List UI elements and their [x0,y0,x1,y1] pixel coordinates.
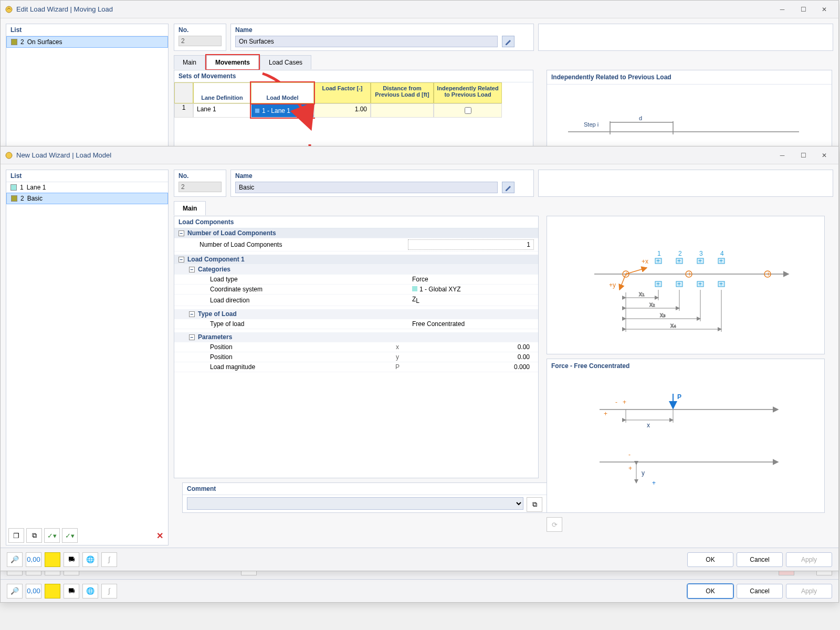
cell-dist[interactable] [371,103,434,118]
list-item-idx: 2 [20,195,24,202]
maximize-button-2[interactable]: ☐ [793,149,813,162]
collapse-icon[interactable]: − [189,267,195,272]
svg-text:4: 4 [720,250,724,257]
cell-load-model[interactable]: 1 - Lane 1 [251,103,314,118]
new-item-button-2[interactable]: ❐ [8,528,24,543]
help-button-1[interactable]: 🔎 [7,584,23,598]
info-box-1 [538,24,833,51]
tool-a-button-2[interactable]: ⛟ [64,552,79,567]
sets-panel: Sets of Movements Lane Definition Load M… [174,70,533,149]
tool-b-button-1[interactable]: 🌐 [82,584,98,598]
minimize-button-1[interactable]: ─ [772,3,792,16]
col-independently: Independently Related to Previous Load [434,82,502,103]
tool-b-button-2[interactable]: 🌐 [82,552,98,567]
no-input-1[interactable] [178,36,222,46]
row-position-x: Positionx0.00 [174,342,538,352]
help-button-2[interactable]: 🔎 [7,552,23,567]
collapse-icon[interactable]: − [189,311,195,317]
list-item-basic[interactable]: 2 Basic [6,193,168,204]
svg-text:+: + [604,410,607,417]
num-components-input[interactable] [408,239,534,250]
svg-text:+: + [628,465,632,472]
cat-num-components[interactable]: −Number of Load Components [174,228,538,238]
collapse-icon[interactable]: − [178,257,184,262]
ok-button-1[interactable]: OK [687,584,733,598]
cell-load-model-text: 1 - Lane 1 [262,107,290,114]
sets-header: Sets of Movements [174,70,533,82]
color-button-2[interactable] [45,552,60,567]
comment-select[interactable] [187,497,523,510]
tool-a-button-1[interactable]: ⛟ [64,584,79,598]
ok-button-2[interactable]: OK [687,552,733,567]
units-button-1[interactable]: 0,00 [26,584,41,598]
check1-button-2[interactable]: ✓▾ [44,528,60,543]
comment-library-button[interactable]: ⧉ [527,497,542,512]
row-load-direction: Load directionZL [174,295,538,306]
cat-lc1[interactable]: −Load Component 1 [174,255,538,265]
cell-lane[interactable]: Lane 1 [193,103,251,118]
svg-text:+: + [677,280,681,288]
sub-type-of-load[interactable]: −Type of Load [174,309,538,319]
svg-text:d: d [639,115,642,121]
units-button-2[interactable]: 0,00 [26,552,41,567]
edit-name-button-2[interactable] [502,182,514,193]
titlebar-2: New Load Wizard | Load Model ─ ☐ ✕ [1,146,838,164]
collapse-icon[interactable]: − [189,334,195,340]
comment-panel: Comment ⧉ [182,482,547,513]
tool-c-button-1[interactable]: ∫ [101,584,117,598]
bottom-bar-1: 🔎 0,00 ⛟ 🌐 ∫ OK Cancel Apply [1,579,838,602]
svg-text:-   +: - + [615,398,626,406]
close-button-2[interactable]: ✕ [814,149,834,162]
edit-name-button-1[interactable] [502,36,514,47]
tab-movements[interactable]: Movements [206,55,259,69]
cell-factor[interactable]: 1.00 [314,103,371,118]
row-num-components[interactable]: Number of Load Components [174,238,538,251]
svg-text:+x: +x [642,258,648,265]
svg-text:3: 3 [699,250,703,257]
apply-button-2[interactable]: Apply [786,552,832,567]
swatch-icon [11,39,17,45]
name-input-1[interactable] [235,36,498,47]
tool-c-button-2[interactable]: ∫ [101,552,117,567]
no-input-2[interactable] [178,182,222,192]
color-button-1[interactable] [45,584,60,598]
col-load-model[interactable]: Load Model [251,82,314,103]
name-input-2[interactable] [235,182,498,193]
minimize-button-2[interactable]: ─ [772,149,792,162]
apply-button-1[interactable]: Apply [786,584,832,598]
list-item-on-surfaces[interactable]: 2 On Surfaces [6,36,168,48]
tab-main-2[interactable]: Main [174,201,206,215]
check2-button-2[interactable]: ✓▾ [62,528,78,543]
cancel-button-2[interactable]: Cancel [737,552,783,567]
svg-text:x₄: x₄ [670,322,676,329]
tab-load-cases[interactable]: Load Cases [260,55,311,69]
diagram2-header: Force - Free Concentrated [547,359,824,373]
independently-panel: Independently Related to Previous Load S… [547,70,832,149]
cell-ind[interactable] [434,103,502,118]
no-box-2: No. [174,170,226,197]
row-load-magnitude: Load magnitudeP0.000 [174,362,538,372]
refresh-diagram-button[interactable]: ⟳ [547,517,562,532]
close-button-1[interactable]: ✕ [814,3,834,16]
load-components-panel: Load Components −Number of Load Componen… [174,216,539,478]
list-item-lane1[interactable]: 1 Lane 1 [6,182,168,193]
tab-main-1[interactable]: Main [174,55,205,69]
independent-checkbox[interactable] [465,107,471,114]
independently-header: Independently Related to Previous Load [547,70,832,85]
collapse-icon[interactable]: − [178,230,184,236]
sub-categories[interactable]: −Categories [174,265,538,275]
list-header-1: List [6,24,168,36]
maximize-button-1[interactable]: ☐ [793,3,813,16]
svg-text:+: + [698,257,702,265]
svg-text:+y: +y [609,281,616,289]
row-coord-system: Coordinate system1 - Global XYZ [174,285,538,295]
sub-parameters[interactable]: −Parameters [174,332,538,342]
svg-line-37 [620,274,626,290]
row-type-of-load: Type of loadFree Concentrated [174,319,538,329]
app-icon [5,151,13,160]
cancel-button-1[interactable]: Cancel [737,584,783,598]
delete-item-button-2[interactable]: ✕ [153,531,166,541]
list-item-label: Lane 1 [27,184,46,191]
copy-item-button-2[interactable]: ⧉ [26,528,42,543]
tabs-2: Main [174,201,207,215]
